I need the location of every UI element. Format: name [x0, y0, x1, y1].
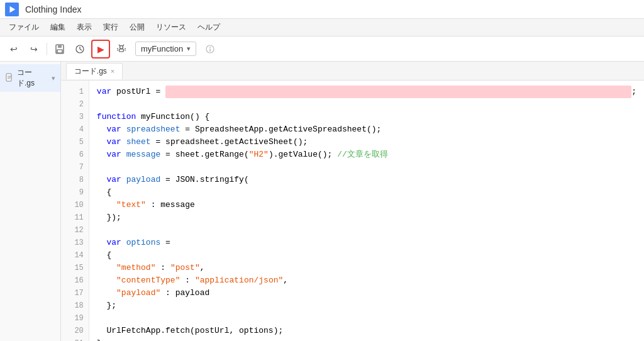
line-num-2: 2 [61, 98, 89, 111]
code-line-4: var spreadsheet = SpreadsheetApp.getActi… [97, 123, 636, 136]
code-line-15: "method" : "post", [97, 262, 636, 274]
svg-rect-2 [58, 45, 62, 48]
menu-resources[interactable]: リソース [151, 20, 191, 35]
code-line-13: var options = [97, 237, 636, 249]
tab-close-icon[interactable]: × [111, 67, 114, 75]
line-num-9: 9 [61, 186, 89, 199]
sidebar-filename: コード.gs [17, 67, 48, 89]
code-line-8: var payload = JSON.stringify( [97, 174, 636, 186]
function-name: myFunction [141, 44, 183, 53]
menu-run[interactable]: 実行 [98, 20, 123, 35]
svg-point-7 [120, 45, 123, 48]
svg-line-6 [80, 49, 82, 50]
main-area: コード.gs ▾ コード.gs × 1 2 3 4 5 6 7 8 9 [0, 62, 644, 341]
code-line-16: "contentType" : "application/json", [97, 274, 636, 287]
line-num-8: 8 [61, 174, 89, 186]
line-num-11: 11 [61, 211, 89, 224]
toolbar-separator-1 [47, 43, 47, 55]
editor-area: コード.gs × 1 2 3 4 5 6 7 8 9 10 11 12 13 1… [61, 62, 644, 341]
code-line-17: "payload" : payload [97, 287, 636, 299]
menu-file[interactable]: ファイル [4, 20, 44, 35]
sidebar-chevron-icon: ▾ [52, 74, 55, 82]
line-num-13: 13 [61, 237, 89, 249]
run-button[interactable]: ▶ [91, 40, 110, 59]
code-line-21: } [97, 337, 636, 341]
code-line-19 [97, 312, 636, 325]
code-editor[interactable]: 1 2 3 4 5 6 7 8 9 10 11 12 13 14 15 16 1… [61, 81, 644, 341]
sidebar-file-code[interactable]: コード.gs ▾ [0, 64, 60, 92]
hint-button[interactable] [201, 40, 219, 58]
line-num-10: 10 [61, 199, 89, 211]
blurred-url [165, 86, 631, 98]
line-num-19: 19 [61, 312, 89, 325]
code-content: var postUrl = ; function myFunction() { … [89, 81, 644, 341]
svg-line-12 [117, 48, 118, 49]
tab-label: コード.gs [74, 66, 107, 77]
line-num-7: 7 [61, 161, 89, 174]
undo-button[interactable]: ↩ [5, 40, 23, 58]
line-num-14: 14 [61, 249, 89, 262]
code-line-1: var postUrl = ; [97, 86, 636, 98]
function-selector[interactable]: myFunction ▾ [135, 42, 196, 56]
code-line-12 [97, 224, 636, 237]
line-num-16: 16 [61, 274, 89, 287]
code-line-11: }); [97, 211, 636, 224]
code-line-7 [97, 161, 636, 174]
line-num-12: 12 [61, 224, 89, 237]
menu-edit[interactable]: 編集 [45, 20, 70, 35]
tab-code-gs[interactable]: コード.gs × [66, 63, 123, 79]
code-line-5: var sheet = spreadsheet.getActiveSheet()… [97, 136, 636, 148]
line-num-1: 1 [61, 86, 89, 98]
trigger-button[interactable] [71, 40, 89, 58]
code-line-6: var message = sheet.getRange("H2").getVa… [97, 148, 636, 161]
title-bar: Clothing Index [0, 0, 644, 19]
svg-line-13 [125, 48, 126, 49]
toolbar: ↩ ↪ ▶ myFunction ▾ [0, 36, 644, 62]
code-line-14: { [97, 249, 636, 262]
code-line-2 [97, 98, 636, 111]
menu-help[interactable]: ヘルプ [192, 20, 225, 35]
function-dropdown-icon: ▾ [187, 45, 191, 53]
line-numbers: 1 2 3 4 5 6 7 8 9 10 11 12 13 14 15 16 1… [61, 81, 89, 341]
line-num-17: 17 [61, 287, 89, 299]
menu-view[interactable]: 表示 [72, 20, 97, 35]
svg-point-15 [209, 47, 211, 48]
line-num-4: 4 [61, 123, 89, 136]
svg-line-8 [119, 45, 120, 46]
code-line-3: function myFunction() { [97, 111, 636, 123]
line-num-3: 3 [61, 111, 89, 123]
code-line-18: }; [97, 299, 636, 312]
code-line-9: { [97, 186, 636, 199]
line-num-20: 20 [61, 325, 89, 337]
line-num-18: 18 [61, 299, 89, 312]
save-button[interactable] [51, 40, 69, 58]
line-num-5: 5 [61, 136, 89, 148]
debug-button[interactable] [113, 40, 130, 58]
svg-line-9 [123, 45, 124, 46]
code-line-20: UrlFetchApp.fetch(postUrl, options); [97, 325, 636, 337]
line-num-21: 21 [61, 337, 89, 341]
file-icon [5, 73, 14, 84]
line-num-6: 6 [61, 148, 89, 161]
app-icon [5, 3, 19, 16]
sidebar: コード.gs ▾ [0, 62, 61, 341]
line-num-15: 15 [61, 262, 89, 274]
tabs-bar: コード.gs × [61, 62, 644, 81]
menu-bar: ファイル 編集 表示 実行 公開 リソース ヘルプ [0, 19, 644, 36]
svg-rect-3 [57, 50, 62, 53]
menu-publish[interactable]: 公開 [125, 20, 150, 35]
code-line-10: "text" : message [97, 199, 636, 211]
svg-marker-0 [10, 6, 16, 13]
app-title: Clothing Index [25, 4, 82, 14]
redo-button[interactable]: ↪ [25, 40, 43, 58]
